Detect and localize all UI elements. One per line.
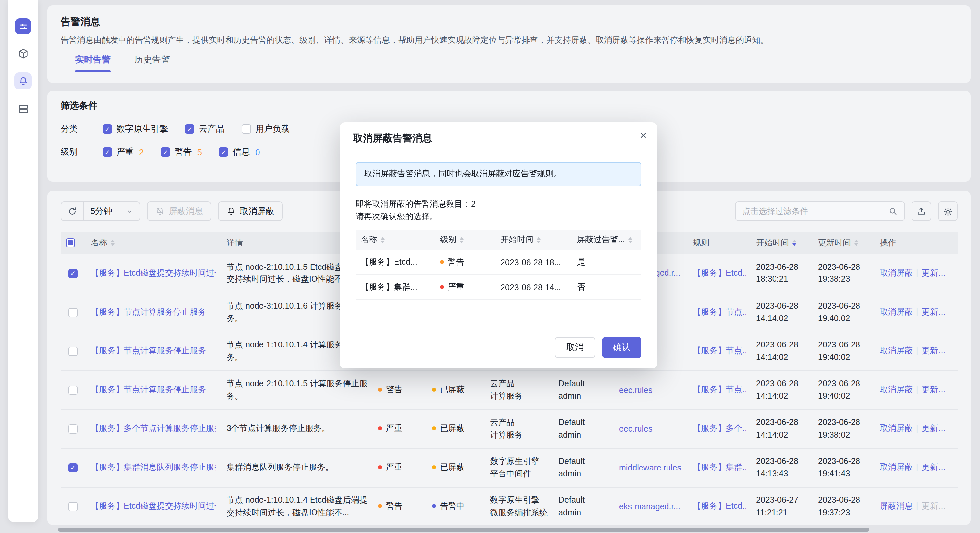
horizontal-scrollbar[interactable]: [58, 528, 869, 532]
row-action-update-block[interactable]: 更新屏蔽: [922, 346, 951, 357]
modal-alert-start: 2023-06-28 18...: [495, 250, 572, 275]
filter-checkbox-category[interactable]: 用户负载: [242, 123, 290, 135]
modal-column-header[interactable]: 屏蔽过告警...: [572, 230, 641, 250]
rule-link[interactable]: 【服务】Etcd...: [693, 268, 746, 279]
alert-name-link[interactable]: 【服务】Etcd磁盘提交持续时间过长: [91, 268, 216, 279]
rule-file-link[interactable]: middleware.rules: [619, 463, 681, 472]
tab-realtime-alerts[interactable]: 实时告警: [75, 54, 111, 72]
checkbox-box[interactable]: ✓: [161, 148, 170, 157]
close-icon[interactable]: ×: [640, 130, 647, 141]
export-icon: [917, 206, 926, 216]
alert-name-link[interactable]: 【服务】Etcd磁盘提交持续时间过长: [91, 501, 216, 512]
column-header-名称[interactable]: 名称: [86, 232, 221, 254]
user-line: Default: [558, 455, 609, 468]
filter-checkbox-category[interactable]: ✓数字原生引擎: [103, 123, 168, 135]
rule-file-link[interactable]: eec.rules: [619, 385, 652, 395]
user-line: admin: [558, 468, 609, 480]
modal-summary-count: 即将取消屏蔽的告警消息数目：2: [356, 198, 641, 211]
modal-column-header[interactable]: 名称: [356, 230, 435, 250]
row-checkbox[interactable]: [68, 308, 78, 317]
row-action-primary[interactable]: 取消屏蔽: [880, 268, 913, 278]
row-action-update-block[interactable]: 更新屏蔽: [922, 268, 951, 279]
row-checkbox[interactable]: [68, 424, 78, 434]
checkbox-box[interactable]: ✓: [103, 148, 112, 157]
alert-detail: 节点 node-2:10.10.1.5 计算服务停止服务。: [227, 378, 368, 402]
settings-button[interactable]: [938, 201, 958, 221]
filter-checkbox-level[interactable]: ✓严重2: [103, 146, 143, 158]
rule-link[interactable]: 【服务】节点...: [693, 384, 746, 395]
export-button[interactable]: [912, 201, 931, 221]
page-description: 告警消息由触发中的告警规则产生，提供实时和历史告警的状态、级别、详情、来源等信息…: [60, 34, 958, 46]
row-action-update-block[interactable]: 更新屏蔽: [922, 384, 951, 395]
level-label: 警告: [386, 501, 402, 511]
table-row: 【服务】节点计算服务停止服务节点 node-2:10.10.1.5 计算服务停止…: [60, 370, 958, 409]
start-time-cell: 2023-06-28 14:14:02: [751, 370, 813, 409]
sort-carets-icon: [381, 237, 385, 243]
select-all-checkbox[interactable]: [66, 238, 75, 247]
alert-name-link[interactable]: 【服务】集群消息队列服务停止服务: [91, 462, 216, 473]
checkbox-count: 5: [197, 147, 202, 157]
row-checkbox[interactable]: ✓: [68, 463, 78, 473]
filter-search-box[interactable]: [735, 201, 905, 221]
modal-column-header[interactable]: 开始时间: [495, 230, 572, 250]
row-action-update-block[interactable]: 更新屏蔽: [922, 501, 951, 512]
checkbox-box[interactable]: ✓: [103, 124, 112, 133]
cancel-button[interactable]: 取消: [555, 337, 595, 358]
row-action-primary[interactable]: 取消屏蔽: [880, 463, 913, 472]
rule-file-link[interactable]: eks-managed.r...: [619, 502, 680, 511]
unblock-alert-modal: 取消屏蔽告警消息 × 取消屏蔽告警消息，同时也会取消屏蔽对应告警规则。 即将取消…: [340, 122, 657, 368]
column-header-开始时间[interactable]: 开始时间: [751, 232, 813, 254]
sliders-logo-icon[interactable]: [15, 18, 31, 34]
rule-link[interactable]: 【服务】集群...: [693, 462, 746, 473]
modal-column-header[interactable]: 级别: [435, 230, 495, 250]
rule-link[interactable]: 【服务】节点...: [693, 346, 746, 357]
checkbox-box[interactable]: ✓: [219, 148, 228, 157]
rule-link[interactable]: 【服务】Etcd...: [693, 501, 746, 512]
refresh-interval-value: 5分钟: [90, 205, 112, 217]
filter-checkbox-level[interactable]: ✓信息0: [219, 146, 260, 158]
filter-checkbox-category[interactable]: ✓云产品: [185, 123, 224, 135]
status-dot: [432, 504, 436, 508]
rule-file-link[interactable]: eec.rules: [619, 424, 652, 433]
column-header-更新时间[interactable]: 更新时间: [813, 232, 875, 254]
action-divider: |: [916, 501, 918, 511]
sort-carets-icon: [460, 237, 464, 243]
modal-footer: 取消 确认: [555, 337, 641, 358]
row-action-primary[interactable]: 屏蔽消息: [880, 501, 913, 511]
mute-message-button[interactable]: 屏蔽消息: [147, 201, 212, 221]
refresh-interval-dropdown[interactable]: 5分钟: [84, 205, 140, 217]
row-checkbox[interactable]: [68, 347, 78, 356]
checkbox-label: 严重: [116, 146, 134, 158]
tab-history-alerts[interactable]: 历史告警: [134, 54, 170, 72]
confirm-button[interactable]: 确认: [602, 337, 641, 358]
list-settings-icon[interactable]: [14, 100, 32, 117]
modal-alert-level: 警告: [435, 250, 495, 275]
row-action-primary[interactable]: 取消屏蔽: [880, 346, 913, 355]
alert-name-link[interactable]: 【服务】节点计算服务停止服务: [91, 307, 206, 318]
row-checkbox[interactable]: ✓: [68, 269, 78, 278]
row-action-primary[interactable]: 取消屏蔽: [880, 424, 913, 433]
row-checkbox[interactable]: [68, 502, 78, 511]
modal-alert-level: 严重: [435, 275, 495, 300]
row-action-primary[interactable]: 取消屏蔽: [880, 385, 913, 394]
unmute-button[interactable]: 取消屏蔽: [218, 201, 283, 221]
refresh-button[interactable]: [61, 202, 84, 220]
stack-cube-icon[interactable]: [14, 45, 32, 62]
checkbox-box[interactable]: ✓: [185, 124, 194, 133]
row-action-update-block[interactable]: 更新屏蔽: [922, 423, 951, 434]
rule-link[interactable]: 【服务】多个...: [693, 423, 746, 434]
row-action-update-block[interactable]: 更新屏蔽: [922, 462, 951, 473]
category-line: 云产品: [490, 378, 548, 390]
row-action-primary[interactable]: 取消屏蔽: [880, 307, 913, 317]
alert-name-link[interactable]: 【服务】节点计算服务停止服务: [91, 384, 206, 395]
filter-checkbox-level[interactable]: ✓警告5: [161, 146, 202, 158]
alert-name-link[interactable]: 【服务】多个节点计算服务停止服务: [91, 423, 216, 434]
alert-name-link[interactable]: 【服务】节点计算服务停止服务: [91, 346, 206, 357]
alert-bell-icon[interactable]: [14, 72, 32, 89]
row-action-update-block[interactable]: 更新屏蔽: [922, 307, 951, 318]
column-select-all[interactable]: [60, 232, 86, 254]
row-checkbox[interactable]: [68, 385, 78, 395]
checkbox-box[interactable]: [242, 124, 251, 133]
search-input[interactable]: [742, 206, 888, 216]
rule-link[interactable]: 【服务】节点...: [693, 307, 746, 318]
